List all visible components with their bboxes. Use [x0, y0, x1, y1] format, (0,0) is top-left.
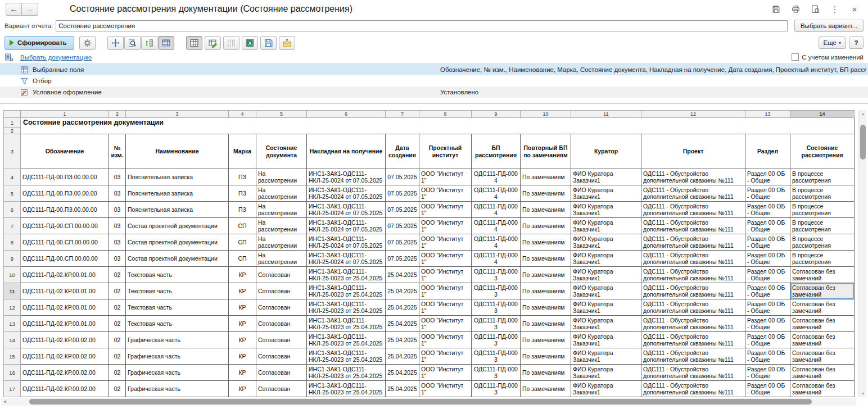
grid-cell[interactable]: Согласован без замечаний [790, 299, 855, 316]
grid-cell[interactable]: ИНС1-ЗАК1-ОДС111-НКЛ-25-0023 от 25.04.20… [307, 316, 386, 332]
excel-export-button[interactable]: X [242, 36, 258, 50]
grid-cell[interactable]: ОДС111-ПД-02.КР.00.02.00 [21, 332, 109, 348]
grid-cell[interactable]: ОДС111-ПД-02.КР.00.01.00 [21, 283, 109, 299]
grid-cell[interactable]: Раздел 00 ОБ - Общие [745, 169, 790, 185]
grid-cell[interactable]: Согласован без замечаний [790, 365, 855, 381]
help-button[interactable]: ? [849, 37, 864, 49]
column-header[interactable]: Наименование [126, 134, 229, 169]
grid-cell[interactable]: ОДС111-ПД-00.ПЗ.00.00.00 [21, 185, 109, 202]
grid-cell[interactable]: ОДС111 - Обустройство дополнительной скв… [641, 299, 745, 316]
grid-cell[interactable]: Текстовая часть [126, 316, 229, 332]
grid-cell[interactable]: ООО "Институт 1" [419, 365, 472, 381]
row-number[interactable]: 15 [4, 348, 21, 365]
more-button[interactable]: Еще ▾ [819, 37, 846, 49]
grid-cell[interactable]: ОДС111 - Обустройство дополнительной скв… [641, 267, 745, 283]
grid-cell[interactable]: ООО "Институт 1" [419, 169, 472, 185]
grid-cell[interactable]: КР [229, 283, 256, 299]
edit-table-button[interactable] [205, 36, 221, 50]
scroll-up-icon[interactable]: ▲ [859, 110, 867, 117]
row-number[interactable]: 17 [4, 381, 21, 397]
grid-cell[interactable]: ОДС111-ПД-00.СП.00.00.00 [21, 218, 109, 234]
row-number[interactable]: 6 [4, 202, 21, 218]
grid-cell[interactable]: Пояснительная записка [126, 169, 229, 185]
grid-cell[interactable]: ОДС111-ПД-0003 [472, 267, 521, 283]
grid-cell[interactable]: В процессе рассмотрения [790, 234, 855, 251]
grid-cell[interactable]: КР [229, 316, 256, 332]
grid-cell[interactable]: На рассмотрении [256, 218, 307, 234]
grid-cell[interactable]: ОДС111 - Обустройство дополнительной скв… [641, 202, 745, 218]
grid-cell[interactable]: Раздел 00 ОБ - Общие [745, 251, 790, 267]
grid-cell[interactable]: 02 [109, 267, 126, 283]
grid-cell[interactable]: На рассмотрении [256, 234, 307, 251]
grid-cell[interactable]: По замечаниям [521, 218, 571, 234]
structure-button[interactable] [141, 36, 157, 50]
grid-cell[interactable]: ОДС111-ПД-0003 [472, 316, 521, 332]
grid-cell[interactable]: Согласован без замечаний [790, 316, 855, 332]
grid-cell[interactable]: На рассмотрении [256, 251, 307, 267]
grid-cell[interactable]: По замечаниям [521, 365, 571, 381]
grid-cell[interactable]: Текстовая часть [126, 283, 229, 299]
row-number[interactable]: 12 [4, 299, 21, 316]
grid-cell[interactable]: По замечаниям [521, 267, 571, 283]
grid-cell[interactable]: КР [229, 381, 256, 397]
settings-row-conditional-format[interactable]: Условное оформление Установлено [0, 87, 868, 98]
row-number[interactable]: 14 [4, 332, 21, 348]
grid-cell[interactable]: На рассмотрении [256, 185, 307, 202]
grid-cell[interactable]: ФИО Куратора Заказчик1 [571, 316, 641, 332]
column-number[interactable]: 11 [571, 111, 641, 118]
column-number[interactable]: 12 [641, 111, 745, 118]
row-number[interactable]: 16 [4, 365, 21, 381]
grid-cell[interactable]: ФИО Куратора Заказчик1 [571, 169, 641, 185]
grid-cell[interactable]: Раздел 00 ОБ - Общие [745, 381, 790, 397]
grid-cell[interactable]: ОДС111-ПД-0003 [472, 348, 521, 365]
grid-cell[interactable]: По замечаниям [521, 283, 571, 299]
grid-cell[interactable]: 07.05.2025 [386, 169, 419, 185]
grid-cell[interactable]: ИНС1-ЗАК1-ОДС111-НКЛ-25-0024 от 07.05.20… [307, 218, 386, 234]
save-file-button[interactable] [260, 36, 277, 50]
grid-cell[interactable]: ОДС111 - Обустройство дополнительной скв… [641, 251, 745, 267]
grid-cell[interactable]: ОДС111-ПД-0003 [472, 365, 521, 381]
horizontal-scrollbar[interactable]: ◀ [1, 398, 856, 406]
grid-cell[interactable]: 25.04.2025 [386, 267, 419, 283]
grid-cell[interactable]: На рассмотрении [256, 202, 307, 218]
grid-cell[interactable]: Согласован [256, 283, 307, 299]
column-header[interactable]: Накладная на получение [307, 134, 386, 169]
grid-cell[interactable]: ОДС111 - Обустройство дополнительной скв… [641, 316, 745, 332]
more-menu-button[interactable]: ⋮ [829, 3, 840, 15]
grid-cell[interactable]: 03 [109, 251, 126, 267]
grid-cell[interactable]: 07.05.2025 [386, 185, 419, 202]
grid-cell[interactable]: ООО "Институт 1" [419, 251, 472, 267]
grid-cell[interactable]: ОДС111 - Обустройство дополнительной скв… [641, 283, 745, 299]
grid-cell[interactable]: Графическая часть [126, 365, 229, 381]
column-number[interactable]: 14 [790, 111, 855, 118]
column-number[interactable]: 2 [109, 111, 126, 118]
grid-cell[interactable]: В процессе рассмотрения [790, 185, 855, 202]
grid-cell[interactable]: ФИО Куратора Заказчик1 [571, 267, 641, 283]
grid-cell[interactable]: ОДС111-ПД-00.СП.00.00.00 [21, 251, 109, 267]
grid-cell[interactable]: КР [229, 332, 256, 348]
grid-cell[interactable]: ОДС111-ПД-00.ПЗ.00.00.00 [21, 202, 109, 218]
column-number[interactable]: 10 [521, 111, 571, 118]
changes-checkbox[interactable] [792, 53, 799, 61]
row-number[interactable]: 13 [4, 316, 21, 332]
grid-cell[interactable]: ПЗ [229, 169, 256, 185]
grid-cell[interactable]: ФИО Куратора Заказчик1 [571, 202, 641, 218]
grid-cell[interactable]: Раздел 00 ОБ - Общие [745, 202, 790, 218]
grid-cell[interactable]: Согласован [256, 332, 307, 348]
grid-cell[interactable]: 03 [109, 234, 126, 251]
grid-cell[interactable]: ИНС1-ЗАК1-ОДС111-НКЛ-25-0023 от 25.04.20… [307, 365, 386, 381]
grid-cell[interactable]: 07.05.2025 [386, 202, 419, 218]
row-number[interactable]: 7 [4, 218, 21, 234]
grid-cell[interactable]: СП [229, 234, 256, 251]
grid-cell[interactable]: ОДС111-ПД-0003 [472, 299, 521, 316]
grid-cell[interactable]: По замечаниям [521, 332, 571, 348]
scroll-down-icon[interactable]: ▼ [859, 390, 867, 397]
report-settings-button[interactable] [79, 36, 96, 50]
grid-cell[interactable]: Текстовая часть [126, 267, 229, 283]
grid-cell[interactable]: Графическая часть [126, 332, 229, 348]
grid-cell[interactable]: ОДС111-ПД-0004 [472, 169, 521, 185]
grid-cell[interactable]: ОДС111-ПД-0004 [472, 218, 521, 234]
grid-cell[interactable]: Раздел 00 ОБ - Общие [745, 299, 790, 316]
grid-cell[interactable]: КР [229, 267, 256, 283]
grid-cell[interactable]: 07.05.2025 [386, 234, 419, 251]
